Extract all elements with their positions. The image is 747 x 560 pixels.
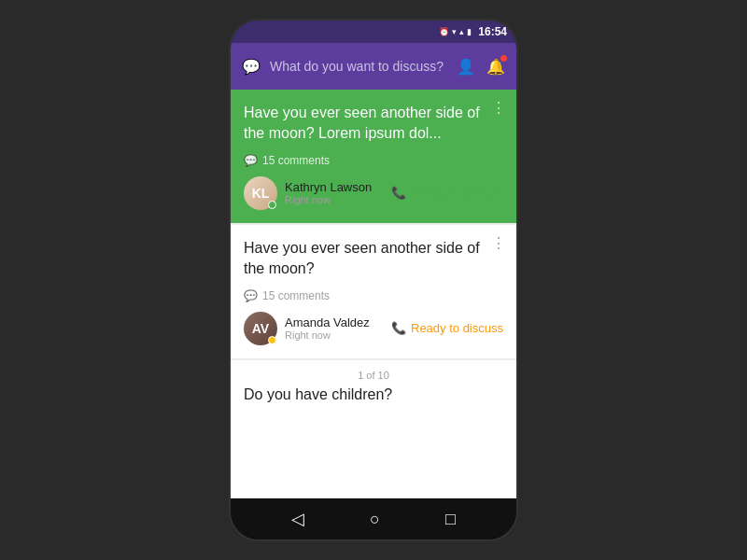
card-2-comments: 15 comments	[262, 289, 330, 302]
phone-frame: ⏰ ▾ ▴ ▮ 16:54 💬 What do you want to disc…	[229, 19, 518, 541]
profile-icon[interactable]: 👤	[457, 58, 475, 76]
notification-dot	[500, 55, 507, 62]
card-2-title: Have you ever seen another side of the m…	[244, 238, 503, 280]
card-2[interactable]: ⋮ Have you ever seen another side of the…	[231, 225, 516, 358]
card-1-user-text: Kathryn Lawson Right now	[285, 180, 372, 205]
content-area: ⋮ Have you ever seen another side of the…	[231, 90, 516, 498]
back-button[interactable]: ◁	[291, 509, 304, 529]
toolbar-actions: 👤 🔔	[457, 58, 505, 76]
status-bar: ⏰ ▾ ▴ ▮ 16:54	[231, 21, 516, 43]
home-button[interactable]: ○	[370, 510, 380, 529]
card-1-meta: 💬 15 comments	[244, 154, 503, 167]
card-1-username: Kathryn Lawson	[285, 180, 372, 194]
card-2-meta: 💬 15 comments	[244, 289, 503, 302]
card-2-username: Amanda Valdez	[285, 315, 370, 329]
more-options-icon-2[interactable]: ⋮	[491, 234, 507, 252]
card-2-time: Right now	[285, 329, 370, 341]
card-2-ready-label: Ready to discuss	[411, 321, 503, 335]
card-1-comments: 15 comments	[262, 154, 330, 167]
status-icons: ⏰ ▾ ▴ ▮ 16:54	[439, 25, 507, 38]
card-2-user: AV Amanda Valdez Right now	[244, 312, 370, 345]
phone-icon-2: 📞	[391, 321, 406, 335]
card-1-ready-label: Ready to discuss	[411, 186, 503, 200]
card-1-time: Right now	[285, 194, 372, 205]
search-placeholder[interactable]: What do you want to discuss?	[270, 59, 447, 74]
card-1-title: Have you ever seen another side of the m…	[244, 103, 503, 145]
signal-icon: ▴	[459, 27, 464, 36]
comments-icon-2: 💬	[244, 289, 258, 302]
comments-icon-1: 💬	[244, 154, 258, 167]
phone-icon-1: 📞	[391, 186, 406, 200]
nav-bar: ◁ ○ □	[231, 498, 516, 539]
bottom-card-title: Do you have children?	[244, 386, 503, 403]
toolbar: 💬 What do you want to discuss? 👤 🔔	[231, 43, 516, 90]
online-indicator-amanda	[268, 336, 276, 344]
card-1-user: KL Kathryn Lawson Right now	[244, 176, 372, 210]
pagination: 1 of 10	[244, 370, 503, 381]
card-1[interactable]: ⋮ Have you ever seen another side of the…	[231, 90, 516, 223]
card-2-footer: AV Amanda Valdez Right now 📞 Ready to di…	[244, 312, 503, 345]
time-display: 16:54	[478, 25, 507, 38]
chat-icon: 💬	[242, 58, 261, 76]
alarm-icon: ⏰	[439, 27, 449, 36]
avatar-amanda: AV	[244, 312, 277, 345]
online-indicator-kathryn	[268, 201, 276, 209]
notification-button[interactable]: 🔔	[486, 58, 505, 76]
card-2-user-text: Amanda Valdez Right now	[285, 315, 370, 341]
card-2-ready-button[interactable]: 📞 Ready to discuss	[391, 321, 503, 335]
bottom-card[interactable]: 1 of 10 Do you have children?	[231, 360, 516, 498]
card-1-footer: KL Kathryn Lawson Right now 📞 Ready to d…	[244, 176, 503, 210]
battery-icon: ▮	[467, 27, 472, 36]
recent-button[interactable]: □	[445, 510, 456, 529]
more-options-icon-1[interactable]: ⋮	[491, 99, 507, 117]
avatar-kathryn: KL	[244, 176, 277, 210]
card-1-ready-button[interactable]: 📞 Ready to discuss	[391, 186, 503, 200]
wifi-icon: ▾	[452, 27, 457, 36]
